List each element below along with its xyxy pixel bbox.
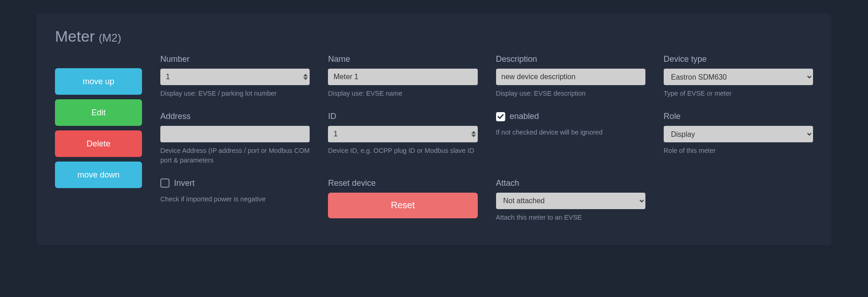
role-label: Role <box>664 112 813 121</box>
attach-help: Attach this meter to an EVSE <box>496 213 645 222</box>
enabled-help: If not checked device will be ignored <box>496 128 645 137</box>
name-help: Display use: EVSE name <box>328 89 477 98</box>
device-type-help: Type of EVSE or meter <box>664 89 813 98</box>
chevron-up-icon[interactable] <box>471 131 476 134</box>
field-address: Address Device Address (IP address / por… <box>160 112 310 165</box>
field-id: ID Device ID, e.g. OCPP plug ID or Modbu… <box>328 112 477 165</box>
address-help: Device Address (IP address / port or Mod… <box>160 146 310 165</box>
move-down-button[interactable]: move down <box>55 162 142 188</box>
enabled-checkbox[interactable] <box>496 112 505 121</box>
id-spinner[interactable] <box>471 131 476 137</box>
number-input[interactable] <box>160 69 310 85</box>
edit-button[interactable]: Edit <box>55 99 142 126</box>
attach-label: Attach <box>496 178 645 188</box>
chevron-down-icon[interactable] <box>303 77 308 80</box>
field-number: Number Display use: EVSE / parking lot n… <box>160 54 310 98</box>
reset-label: Reset device <box>328 178 477 188</box>
title-main: Meter <box>55 27 95 45</box>
field-enabled: enabled If not checked device will be ig… <box>496 112 645 165</box>
field-device-type: Device type Eastron SDM630 Type of EVSE … <box>664 54 813 98</box>
field-attach: Attach Not attached Attach this meter to… <box>496 178 645 222</box>
title-sub: (M2) <box>98 32 121 44</box>
number-spinner[interactable] <box>303 74 308 80</box>
name-label: Name <box>328 54 477 64</box>
field-role: Role Display Role of this meter <box>664 112 813 165</box>
role-select[interactable]: Display <box>664 126 813 142</box>
field-name: Name Display use: EVSE name <box>328 54 477 98</box>
field-invert: Invert Check if imported power is negati… <box>160 178 310 222</box>
chevron-down-icon[interactable] <box>471 135 476 137</box>
role-help: Role of this meter <box>664 146 813 155</box>
check-icon <box>497 113 504 120</box>
meter-settings-card: Meter (M2) move up Edit Delete move down… <box>37 14 831 245</box>
device-type-label: Device type <box>664 54 813 64</box>
number-label: Number <box>160 54 310 64</box>
description-help: Display use: EVSE description <box>496 89 645 98</box>
invert-label: Invert <box>174 178 195 188</box>
description-label: Description <box>496 54 645 64</box>
id-input[interactable] <box>328 126 477 142</box>
number-help: Display use: EVSE / parking lot number <box>160 89 310 98</box>
field-description: Description Display use: EVSE descriptio… <box>496 54 645 98</box>
id-help: Device ID, e.g. OCPP plug ID or Modbus s… <box>328 146 477 155</box>
reset-button[interactable]: Reset <box>328 193 477 218</box>
field-reset: Reset device Reset <box>328 178 477 222</box>
enabled-label: enabled <box>510 112 539 121</box>
address-input[interactable] <box>160 126 310 142</box>
description-input[interactable] <box>496 69 645 85</box>
delete-button[interactable]: Delete <box>55 130 142 157</box>
invert-checkbox[interactable] <box>160 178 169 188</box>
move-up-button[interactable]: move up <box>55 68 142 95</box>
name-input[interactable] <box>328 69 477 85</box>
address-label: Address <box>160 112 310 121</box>
chevron-up-icon[interactable] <box>303 74 308 76</box>
id-label: ID <box>328 112 477 121</box>
device-type-select[interactable]: Eastron SDM630 <box>664 69 813 85</box>
invert-help: Check if imported power is negative <box>160 194 310 204</box>
card-title: Meter (M2) <box>55 27 813 45</box>
attach-select[interactable]: Not attached <box>496 193 645 209</box>
action-sidebar: move up Edit Delete move down <box>55 54 142 222</box>
